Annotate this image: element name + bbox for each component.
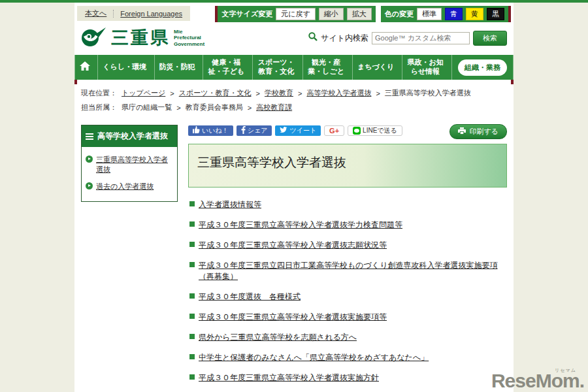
font-size-larger-button[interactable]: 拡大	[347, 8, 372, 20]
red-corner-accent	[511, 80, 514, 84]
content-link-list: 入学者選抜情報等 平成３０年度三重県立高等学校入学者選抜学力検査問題等 平成３０…	[188, 199, 507, 384]
sidebar-title: 高等学校入学者選抜	[97, 131, 168, 142]
square-bullet-icon	[189, 221, 195, 227]
content-link[interactable]: 平成３０年度三重県立高等学校入学者選抜学力検査問題等	[199, 220, 402, 231]
font-size-control: 文字サイズ変更 元に戻す 縮小 拡大	[215, 6, 375, 22]
nav-item-kankou[interactable]: 観光・産業・しごと	[302, 55, 350, 80]
facebook-like-button[interactable]: いいね！	[188, 125, 233, 136]
site-header: 三重県 Mie Prefectural Government サイト内検索 検索	[74, 24, 514, 55]
list-item: 平成３０年度三重県立高等学校入学者選抜実施方針	[189, 372, 507, 384]
font-size-reset-button[interactable]: 元に戻す	[276, 8, 316, 20]
nav-home[interactable]	[74, 55, 95, 80]
content-link[interactable]: 平成３０年度三重県立高等学校入学者選抜実施方針	[199, 372, 379, 384]
facebook-share-button[interactable]: シェア	[237, 125, 272, 136]
breadcrumb-department-label: 担当所属：	[81, 103, 117, 112]
square-bullet-icon	[189, 201, 195, 206]
list-item: 中学生と保護者のみなさんへ「県立高等学校をめざすあなたへ」	[189, 352, 507, 363]
breadcrumb-link-school-education[interactable]: 学校教育	[265, 88, 293, 98]
content-link[interactable]: 中学生と保護者のみなさんへ「県立高等学校をめざすあなたへ」	[199, 352, 429, 363]
line-share-button[interactable]: LINEで送る	[348, 125, 402, 136]
square-bullet-icon	[189, 293, 195, 299]
logo-subtitle: Mie Prefectural Government	[174, 29, 204, 48]
top-accent-bar	[0, 0, 588, 3]
search-button[interactable]: 検索	[473, 31, 507, 46]
nav-item-sports-education[interactable]: スポーツ・教育・文化	[252, 55, 299, 80]
color-change-control: 色の変更 標準 青 黄 黒	[381, 6, 511, 22]
breadcrumb-link-highschool-division[interactable]: 高校教育課	[256, 103, 292, 112]
menu-icon	[86, 132, 93, 141]
content-link[interactable]: 平成３０年度選抜 各種様式	[199, 291, 301, 302]
home-icon	[80, 61, 90, 73]
thumbs-up-icon	[193, 126, 200, 135]
font-size-smaller-button[interactable]: 縮小	[319, 8, 344, 20]
breadcrumb-org-list: 県庁の組織一覧	[122, 103, 172, 112]
skip-links-box: 本文へ Foreign Languages	[77, 6, 190, 21]
nav-item-bousai[interactable]: 防災・防犯	[154, 55, 200, 80]
site-logo[interactable]: 三重県 Mie Prefectural Government	[81, 26, 204, 50]
page-title: 三重県高等学校入学者選抜	[197, 154, 498, 171]
twitter-icon	[280, 127, 287, 135]
arrow-circle-icon	[86, 182, 93, 189]
mie-logo-icon	[81, 26, 107, 50]
main-area: 高等学校入学者選抜 三重県高等学校入学者選抜 過去の入学者選抜	[74, 120, 514, 392]
list-item: 平成３０年度三重県立高等学校入学者選抜実施要項等	[189, 312, 507, 323]
facebook-icon	[241, 126, 246, 135]
sidebar-body: 三重県高等学校入学者選抜 過去の入学者選抜	[82, 148, 177, 201]
font-size-label: 文字サイズ変更	[221, 9, 272, 19]
line-icon	[353, 127, 361, 135]
color-standard-button[interactable]: 標準	[417, 8, 442, 20]
watermark-text: ReseMom.	[491, 370, 584, 391]
printer-icon	[458, 127, 466, 136]
breadcrumb-location: 現在位置： トップページ > スポーツ・教育・文化 > 学校教育 > 高等学校入…	[81, 88, 507, 98]
tweet-button[interactable]: ツイート	[275, 125, 321, 136]
skip-to-content-link[interactable]: 本文へ	[85, 8, 106, 18]
divider	[113, 10, 114, 18]
site-search: サイト内検索 検索	[308, 31, 507, 46]
list-item: 入学者選抜情報等	[189, 199, 507, 210]
breadcrumb-boe-office: 教育委員会事務局	[186, 103, 243, 112]
search-label: サイト内検索	[321, 33, 368, 44]
square-bullet-icon	[189, 334, 195, 339]
sidebar-module: 高等学校入学者選抜 三重県高等学校入学者選抜 過去の入学者選抜	[81, 125, 178, 202]
square-bullet-icon	[189, 374, 195, 380]
square-bullet-icon	[189, 262, 195, 267]
content-link[interactable]: 平成３０年度三重県立高等学校入学者選抜実施要項等	[199, 312, 387, 323]
page-container: 本文へ Foreign Languages 文字サイズ変更 元に戻す 縮小 拡大…	[74, 3, 514, 392]
breadcrumb-link-entrance-selection[interactable]: 高等学校入学者選抜	[306, 88, 371, 98]
arrow-circle-icon	[86, 155, 93, 163]
print-button[interactable]: 印刷する	[449, 124, 507, 139]
search-icon	[308, 32, 318, 44]
sidebar-item-past-selection: 過去の入学者選抜	[86, 182, 173, 191]
breadcrumb-department: 担当所属： 県庁の組織一覧 > 教育委員会事務局 > 高校教育課	[81, 103, 507, 112]
google-plus-icon: G+	[329, 127, 339, 135]
color-blue-button[interactable]: 青	[445, 8, 463, 20]
nav-org-cell: 組織・業務	[451, 55, 514, 80]
breadcrumb-link-top[interactable]: トップページ	[122, 88, 165, 98]
content-link[interactable]: 入学者選抜情報等	[199, 199, 261, 210]
logo-title: 三重県	[111, 26, 170, 50]
content-link[interactable]: 平成３０年度三重県立高等学校入学者選抜志願状況等	[199, 240, 387, 251]
list-item: 平成３０年度三重県立高等学校入学者選抜学力検査問題等	[189, 220, 507, 231]
content-link[interactable]: 平成３０年度三重県立四日市工業高等学校ものづくり創造専攻科入学者選抜実施要項（再…	[199, 260, 507, 282]
list-item: 平成３０年度三重県立四日市工業高等学校ものづくり創造専攻科入学者選抜実施要項（再…	[189, 260, 507, 282]
nav-item-kurashi[interactable]: くらし・環境	[97, 55, 151, 80]
google-plus-button[interactable]: G+	[324, 125, 344, 136]
breadcrumb-link-sports-education[interactable]: スポーツ・教育・文化	[179, 88, 252, 98]
square-bullet-icon	[189, 354, 195, 359]
breadcrumb-location-label: 現在位置：	[81, 88, 117, 98]
color-black-button[interactable]: 黒	[487, 8, 504, 20]
nav-item-kenkou[interactable]: 健康・福祉・子ども	[203, 55, 250, 80]
breadcrumb: 現在位置： トップページ > スポーツ・教育・文化 > 学校教育 > 高等学校入…	[74, 80, 514, 120]
accessibility-controls: 文字サイズ変更 元に戻す 縮小 拡大 色の変更 標準 青 黄 黒	[215, 6, 511, 22]
page-title-box: 三重県高等学校入学者選抜	[188, 144, 507, 188]
foreign-languages-link[interactable]: Foreign Languages	[120, 10, 182, 18]
content-link[interactable]: 県外から三重県立高等学校を志願される方へ	[199, 332, 357, 343]
global-nav: くらし・環境 防災・防犯 健康・福祉・子ども スポーツ・教育・文化 観光・産業・…	[74, 55, 514, 80]
square-bullet-icon	[189, 242, 195, 247]
nav-org-button[interactable]: 組織・業務	[458, 59, 507, 76]
nav-item-machidukuri[interactable]: まちづくり	[352, 55, 399, 80]
sidebar-item-mie-selection: 三重県高等学校入学者選抜	[86, 155, 173, 174]
color-yellow-button[interactable]: 黄	[466, 8, 483, 20]
search-input[interactable]	[372, 32, 470, 44]
nav-item-kensei[interactable]: 県政・お知らせ情報	[402, 55, 449, 80]
